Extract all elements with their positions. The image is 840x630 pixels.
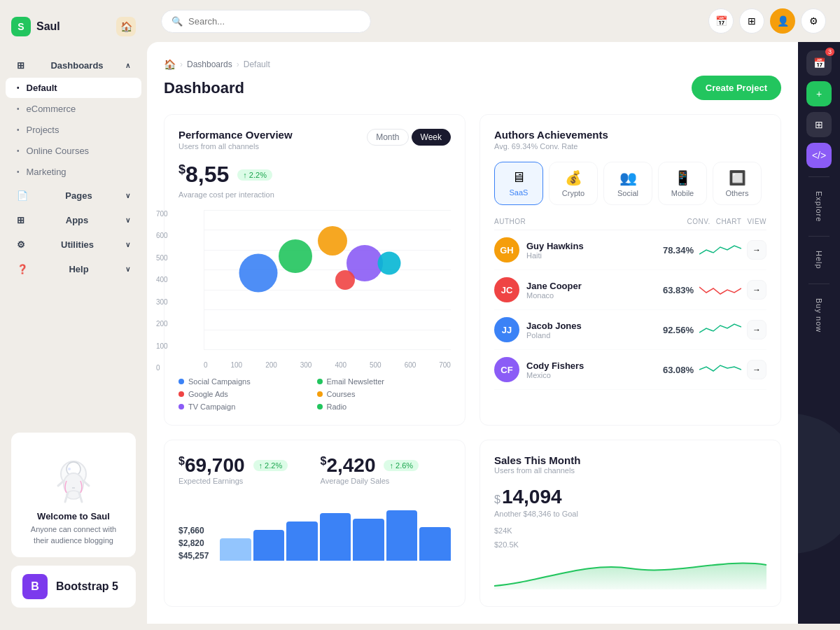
tab-others[interactable]: 🔲 Others: [713, 162, 762, 205]
create-project-button[interactable]: Create Project: [692, 76, 781, 100]
col-view: VIEW: [747, 218, 766, 225]
view-btn-1[interactable]: →: [747, 240, 766, 260]
svg-line-4: [83, 481, 89, 486]
search-box[interactable]: 🔍: [161, 10, 371, 33]
legend-radio: Radio: [317, 402, 451, 411]
topbar-right: 📅 ⊞ 👤 ⚙: [708, 8, 826, 34]
authors-title: Authors Achievements: [494, 129, 766, 141]
area-chart: [494, 554, 766, 592]
bubble-social: [239, 253, 278, 292]
breadcrumb-dashboards[interactable]: Dashboards: [187, 59, 232, 69]
sidebar-item-marketing[interactable]: Marketing: [6, 162, 141, 182]
earnings-label: Expected Earnings: [178, 477, 309, 485]
sidebar-item-help[interactable]: ❓ Help ∨: [6, 258, 141, 280]
main-area: 🔍 📅 ⊞ 👤 ⚙ 🏠 › Dashboards › Default: [147, 0, 840, 630]
chevron-down-icon-2: ∨: [125, 216, 130, 224]
performance-card: Performance Overview Users from all chan…: [164, 114, 465, 426]
page-header: Dashboard Create Project: [164, 76, 781, 100]
y-label-2: $20.5K: [494, 540, 766, 549]
rp-add-btn[interactable]: +: [806, 81, 832, 106]
back-button[interactable]: 🏠: [116, 17, 136, 36]
legend-dot-social: [178, 379, 184, 384]
social-label: Social: [617, 189, 638, 197]
perf-value: $8,55: [178, 162, 229, 188]
grid-line: [204, 210, 451, 211]
legend-dot-tv: [178, 404, 184, 410]
rp-divider-2: [808, 236, 830, 237]
others-icon: 🔲: [729, 169, 746, 186]
user-avatar[interactable]: 👤: [770, 8, 795, 34]
right-panel: 📅 3 + ⊞ </> Explore Help Buy now: [798, 42, 840, 624]
rp-label-explore[interactable]: Explore: [815, 186, 823, 227]
settings-button[interactable]: ⚙: [801, 8, 826, 34]
rp-code-btn[interactable]: </>: [806, 143, 832, 168]
search-input[interactable]: [188, 16, 360, 27]
breadcrumb-sep-1: ›: [180, 59, 183, 69]
sidebar-group-apps: ⊞ Apps ∨: [0, 209, 147, 231]
view-btn-3[interactable]: →: [747, 320, 766, 340]
sidebar-item-dashboards[interactable]: ⊞ Dashboards ∧: [6, 55, 141, 76]
welcome-title: Welcome to Saul: [22, 511, 125, 522]
sidebar-item-pages[interactable]: 📄 Pages ∨: [6, 185, 141, 206]
legend-dot-google: [178, 391, 184, 397]
daily-sales: $2,420 2.6% Average Daily Sales: [321, 454, 451, 485]
sidebar-item-online-courses[interactable]: Online Courses: [6, 141, 141, 161]
sales-title: Sales This Month: [494, 454, 766, 466]
sidebar-group-dashboards: ⊞ Dashboards ∧ Default eCommerce Project…: [0, 55, 147, 182]
author-conv-2: 63.83%: [663, 285, 694, 295]
view-btn-2[interactable]: →: [747, 280, 766, 300]
tab-crypto[interactable]: 💰 Crypto: [549, 162, 598, 205]
val-3: $45,257: [178, 551, 209, 561]
grid-line: [204, 309, 451, 310]
sidebar-item-projects[interactable]: Projects: [6, 120, 141, 140]
sidebar-item-utilities[interactable]: ⚙ Utilities ∨: [6, 234, 141, 255]
rp-divider: [808, 176, 830, 177]
bar-3: [286, 522, 318, 561]
author-conv-1: 78.34%: [663, 245, 694, 255]
tab-month[interactable]: Month: [367, 129, 408, 146]
tab-saas[interactable]: 🖥 SaaS: [494, 162, 543, 205]
bar-4: [320, 513, 351, 561]
perf-value-row: $8,55 2.2%: [178, 162, 451, 188]
svg-point-5: [66, 491, 80, 499]
chart-container: 700 600 500 400 300 200 100 0: [178, 210, 451, 372]
rp-item-calendar: 📅 3: [806, 50, 832, 76]
authors-subtitle: Avg. 69.34% Conv. Rate: [494, 142, 766, 150]
sales-label: Average Daily Sales: [321, 477, 451, 485]
col-conv: CONV.: [687, 218, 710, 225]
rp-grid-btn[interactable]: ⊞: [806, 112, 832, 137]
dashboards-label: Dashboards: [50, 60, 103, 71]
bubble-email: [279, 239, 312, 273]
sidebar-item-default[interactable]: Default: [6, 78, 141, 98]
logo-icon: S: [11, 17, 31, 36]
calendar-button[interactable]: 📅: [708, 8, 734, 34]
sales-value-row: $2,420 2.6%: [321, 454, 451, 477]
social-icon: 👥: [620, 169, 637, 186]
author-info-1: GH Guy Hawkins Haiti: [494, 237, 657, 262]
mini-chart-2: [699, 281, 741, 298]
authors-tabs: 🖥 SaaS 💰 Crypto 👥 Social: [494, 162, 766, 205]
legend-dot-radio: [317, 404, 323, 410]
tab-week[interactable]: Week: [412, 129, 451, 146]
rp-label-help[interactable]: Help: [815, 245, 823, 275]
author-name-1: Guy Hawkins: [526, 241, 584, 251]
legend-email: Email Newsletter: [317, 377, 451, 386]
author-avatar-3: JJ: [494, 317, 519, 342]
legend-tv: TV Campaign: [178, 402, 313, 411]
legend-dot-email: [317, 379, 323, 384]
pages-icon: 📄: [17, 190, 28, 201]
sidebar-item-ecommerce[interactable]: eCommerce: [6, 99, 141, 119]
tab-mobile[interactable]: 📱 Mobile: [658, 162, 707, 205]
y-labels: $24K $20.5K: [494, 526, 766, 549]
home-icon[interactable]: 🏠: [164, 59, 176, 70]
author-name-4: Cody Fishers: [526, 360, 584, 371]
bottom-chart-row: $7,660 $2,820 $45,257: [178, 496, 451, 561]
grid-button[interactable]: ⊞: [739, 8, 764, 34]
earnings-card: $69,700 2.2% Expected Earnings $2,420 2.…: [164, 440, 465, 607]
sidebar-item-apps[interactable]: ⊞ Apps ∨: [6, 209, 141, 231]
bar-7: [419, 527, 451, 561]
rp-label-buy[interactable]: Buy now: [815, 293, 823, 338]
view-btn-4[interactable]: →: [747, 360, 766, 379]
others-label: Others: [725, 189, 748, 197]
tab-social[interactable]: 👥 Social: [603, 162, 652, 205]
